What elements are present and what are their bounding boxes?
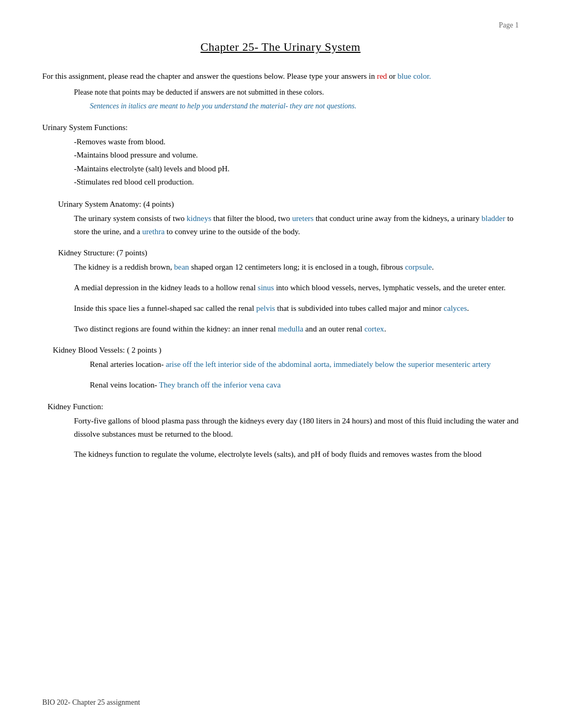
urinary-anatomy-heading: Urinary System Anatomy: (4 points)	[58, 200, 519, 209]
kidney-structure-p2: A medial depression in the kidney leads …	[74, 281, 519, 294]
kidney-blood-vessels-section: Kidney Blood Vessels: ( 2 points ) Renal…	[42, 346, 519, 392]
renal-veins-label: Renal veins location	[90, 381, 154, 389]
kidney-structure-p4: Two distinct regions are found within th…	[74, 322, 519, 336]
urinary-anatomy-paragraph: The urinary system consists of two kidne…	[74, 212, 519, 238]
kidney-structure-heading: Kidney Structure: (7 points)	[58, 248, 519, 257]
ks-p4-mid: and an outer renal	[305, 325, 362, 333]
anatomy-after-urethra: to convey urine to the outside of the bo…	[166, 227, 300, 236]
renal-arteries-label: Renal arteries location	[90, 360, 161, 368]
ks-period: .	[432, 263, 434, 271]
ks-after-bean: shaped organ 12 centimeters long; it is …	[191, 263, 403, 271]
renal-veins-answer: They branch off the inferior vena cava	[159, 381, 280, 389]
ks-calyces: calyces	[444, 304, 467, 312]
anatomy-urethra: urethra	[142, 227, 164, 236]
kidney-blood-vessels-heading: Kidney Blood Vessels: ( 2 points )	[53, 346, 519, 355]
page-number: Page 1	[42, 21, 519, 30]
renal-arteries-item: Renal arteries location- arise off the l…	[90, 358, 519, 371]
kidney-function-p2: The kidneys function to regulate the vol…	[74, 448, 519, 461]
ks-bean: bean	[174, 263, 189, 271]
ks-corpsule: corpsule	[405, 263, 432, 271]
footer: BIO 202- Chapter 25 assignment	[42, 698, 140, 707]
ks-p2-text: A medial depression in the kidney leads …	[74, 283, 256, 292]
intro-or: or	[389, 72, 396, 80]
function-item-1: -Removes waste from blood.	[74, 135, 519, 149]
urinary-functions-section: Urinary System Functions: -Removes waste…	[42, 123, 519, 189]
ks-p3-end: .	[467, 304, 469, 312]
kidney-structure-section: Kidney Structure: (7 points) The kidney …	[42, 248, 519, 335]
ks-p4-end: .	[384, 325, 386, 333]
renal-arteries-dash: -	[161, 360, 164, 368]
renal-veins-item: Renal veins location- They branch off th…	[90, 379, 519, 392]
kidney-structure-p1: The kidney is a reddish brown, bean shap…	[74, 261, 519, 274]
ks-before-bean: The kidney is a reddish brown,	[74, 263, 172, 271]
ks-medulla: medulla	[278, 325, 303, 333]
ks-pelvis: pelvis	[256, 304, 275, 312]
anatomy-kidneys: kidneys	[186, 214, 211, 223]
function-item-3: -Maintains electrolyte (salt) levels and…	[74, 162, 519, 176]
intro-paragraph: For this assignment, please read the cha…	[42, 70, 519, 82]
ks-p4-text: Two distinct regions are found within th…	[74, 325, 276, 333]
anatomy-bladder: bladder	[482, 214, 506, 223]
kidney-function-p1: Forty-five gallons of blood plasma pass …	[74, 414, 519, 441]
ks-sinus: sinus	[258, 283, 274, 292]
urinary-functions-heading: Urinary System Functions:	[42, 123, 519, 132]
ks-p3-mid: that is subdivided into tubes called maj…	[277, 304, 442, 312]
kidney-function-heading: Kidney Function:	[48, 402, 519, 411]
blue-color-label: blue color.	[398, 72, 431, 80]
ks-p2-end: into which blood vessels, nerves, lympha…	[276, 283, 506, 292]
ks-cortex: cortex	[364, 325, 384, 333]
function-item-2: -Maintains blood pressure and volume.	[74, 149, 519, 162]
intro-main-text: For this assignment, please read the cha…	[42, 72, 375, 80]
renal-arteries-answer: arise off the left interior side of the …	[166, 360, 491, 368]
kidney-function-section: Kidney Function: Forty-five gallons of b…	[42, 402, 519, 461]
italic-sentences-note: Sentences in italics are meant to help y…	[90, 100, 519, 112]
anatomy-after-ureters: that conduct urine away from the kidneys…	[315, 214, 479, 223]
red-label: red	[377, 72, 387, 80]
kidney-structure-p3: Inside this space lies a funnel-shaped s…	[74, 302, 519, 315]
renal-veins-dash: -	[154, 381, 157, 389]
anatomy-before-kidneys: The urinary system consists of two	[74, 214, 185, 223]
anatomy-after-kidneys: that filter the blood, two	[213, 214, 290, 223]
ks-p3-text: Inside this space lies a funnel-shaped s…	[74, 304, 254, 312]
page-title: Chapter 25- The Urinary System	[42, 40, 519, 54]
points-deducted-note: Please note that points may be deducted …	[74, 87, 519, 98]
urinary-anatomy-section: Urinary System Anatomy: (4 points) The u…	[42, 200, 519, 238]
anatomy-ureters: ureters	[292, 214, 314, 223]
function-item-4: -Stimulates red blood cell production.	[74, 176, 519, 189]
